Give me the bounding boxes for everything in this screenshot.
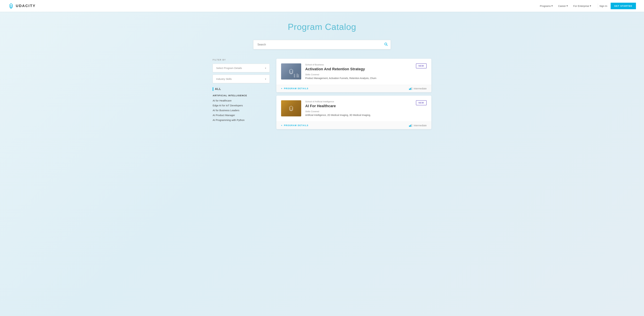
program-details-button-activation[interactable]: + PROGRAM DETAILS <box>281 88 308 90</box>
program-card-activation: School of Business Activation And Retent… <box>276 59 431 92</box>
all-filter-label: ALL <box>215 88 221 90</box>
card-school-activation: School of Business <box>305 64 412 66</box>
card-top-healthcare: School of Artificial Intelligence AI For… <box>276 96 431 122</box>
level-text-activation: Intermediate <box>414 87 427 90</box>
card-footer-activation: + PROGRAM DETAILS Intermediate <box>276 85 431 92</box>
industry-skills-dropdown[interactable]: Industry Skills ▾ <box>213 75 270 83</box>
thumbnail-logo-icon-ai <box>288 106 294 111</box>
svg-rect-7 <box>298 75 299 78</box>
programs-list: School of Business Activation And Retent… <box>276 59 431 129</box>
program-details-label: Select Program Details <box>216 66 242 70</box>
bar-2 <box>410 125 411 127</box>
skills-label-activation: Skills Covered <box>305 73 412 76</box>
card-top-activation: School of Business Activation And Retent… <box>276 59 431 85</box>
program-card-healthcare: School of Artificial Intelligence AI For… <box>276 96 431 129</box>
card-school-healthcare: School of Artificial Intelligence <box>305 100 412 103</box>
page-title: Program Catalog <box>213 22 431 32</box>
program-details-button-healthcare[interactable]: + PROGRAM DETAILS <box>281 124 308 127</box>
skills-text-activation: Product Management, Activation Funnels, … <box>305 76 412 80</box>
level-text-healthcare: Intermediate <box>414 124 427 127</box>
plus-icon: + <box>281 88 282 90</box>
bar-1 <box>409 88 410 90</box>
card-content-healthcare: School of Artificial Intelligence AI For… <box>305 100 412 117</box>
plus-icon: + <box>281 124 282 127</box>
sidebar-item-ai-healthcare[interactable]: AI for Healthcare <box>213 99 270 102</box>
filter-by-label: FILTER BY <box>213 59 270 61</box>
sidebar-item-ai-business[interactable]: AI for Business Leaders <box>213 109 270 112</box>
card-badge-healthcare: NEW <box>416 100 427 105</box>
level-bars-healthcare <box>409 124 412 127</box>
nav-links: Programs ▾ Career ▾ For Enterprise ▾ <box>540 4 591 8</box>
sign-in-button[interactable]: Sign In <box>600 4 607 8</box>
nav-programs[interactable]: Programs ▾ <box>540 4 553 8</box>
svg-rect-3 <box>294 75 295 78</box>
navbar: UDACITY Programs ▾ Career ▾ For Enterpri… <box>0 0 644 12</box>
search-input[interactable] <box>253 40 391 49</box>
card-thumbnail-activation <box>281 64 301 80</box>
svg-line-1 <box>386 45 388 46</box>
card-footer-healthcare: + PROGRAM DETAILS Intermediate <box>276 122 431 129</box>
content-layout: FILTER BY Select Program Details ▾ Indus… <box>213 59 431 129</box>
sidebar: FILTER BY Select Program Details ▾ Indus… <box>213 59 270 122</box>
chevron-down-icon: ▾ <box>590 4 591 8</box>
svg-point-6 <box>298 74 299 75</box>
udacity-logo-icon <box>8 3 14 9</box>
search-button[interactable] <box>384 42 388 47</box>
get-started-button[interactable]: GET STARTED <box>611 3 636 9</box>
logo-text: UDACITY <box>16 4 36 8</box>
level-indicator-healthcare: Intermediate <box>409 124 427 127</box>
search-icon <box>384 42 388 46</box>
chevron-down-icon: ▾ <box>566 4 568 8</box>
logo[interactable]: UDACITY <box>8 3 36 9</box>
skills-label-healthcare: Skills Covered <box>305 110 412 113</box>
category-section-ai: ARTIFICIAL INTELLIGENCE AI for Healthcar… <box>213 94 270 122</box>
thumbnail-business <box>281 64 301 80</box>
bar-3 <box>412 124 412 127</box>
card-title-healthcare: AI For Healthcare <box>305 104 412 108</box>
industry-skills-label: Industry Skills <box>216 78 232 80</box>
bar-2 <box>410 88 411 90</box>
bar-1 <box>409 126 410 127</box>
sidebar-item-ai-product[interactable]: AI Product Manager <box>213 114 270 116</box>
chevron-down-icon: ▾ <box>265 67 266 70</box>
card-content-activation: School of Business Activation And Retent… <box>305 64 412 80</box>
category-title-ai: ARTIFICIAL INTELLIGENCE <box>213 94 270 97</box>
bar-3 <box>412 87 412 90</box>
card-title-activation: Activation And Retention Strategy <box>305 67 412 71</box>
sidebar-item-ai-python[interactable]: AI Programming with Python <box>213 118 270 122</box>
main-content: Program Catalog FILTER BY Select Program… <box>204 12 440 136</box>
level-bars-activation <box>409 87 412 90</box>
svg-point-4 <box>296 74 298 75</box>
all-filter[interactable]: ALL <box>213 87 270 91</box>
program-details-dropdown[interactable]: Select Program Details ▾ <box>213 64 270 72</box>
chevron-down-icon: ▾ <box>265 78 266 80</box>
level-indicator-activation: Intermediate <box>409 87 427 90</box>
sidebar-item-edge-ai[interactable]: Edge AI for IoT Developers <box>213 104 270 107</box>
search-container <box>253 40 391 49</box>
all-filter-bar <box>213 87 213 91</box>
svg-point-2 <box>294 74 295 75</box>
thumbnail-ai <box>281 100 301 116</box>
chevron-down-icon: ▾ <box>552 4 553 8</box>
nav-enterprise[interactable]: For Enterprise ▾ <box>573 4 591 8</box>
nav-career[interactable]: Career ▾ <box>558 4 568 8</box>
card-badge-activation: NEW <box>416 64 427 68</box>
svg-rect-5 <box>296 75 298 78</box>
category-items-ai: AI for Healthcare Edge AI for IoT Develo… <box>213 99 270 122</box>
skills-text-healthcare: Artificial Intelligence, 2D Medical Imag… <box>305 114 412 117</box>
card-thumbnail-healthcare <box>281 100 301 116</box>
